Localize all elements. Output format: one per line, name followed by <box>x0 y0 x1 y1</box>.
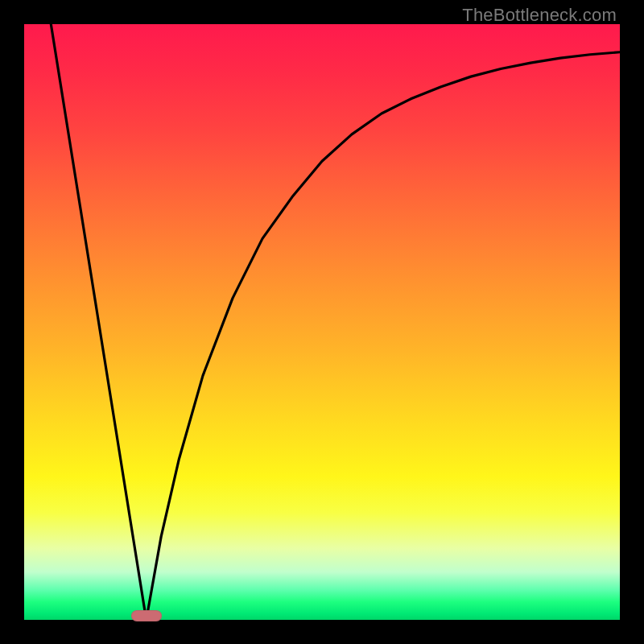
watermark-text: TheBottleneck.com <box>462 5 617 26</box>
bottleneck-curve <box>24 24 620 620</box>
curve-path <box>51 24 620 620</box>
chart-frame: TheBottleneck.com <box>0 0 644 644</box>
plot-area <box>24 24 620 620</box>
optimal-marker <box>131 610 162 621</box>
